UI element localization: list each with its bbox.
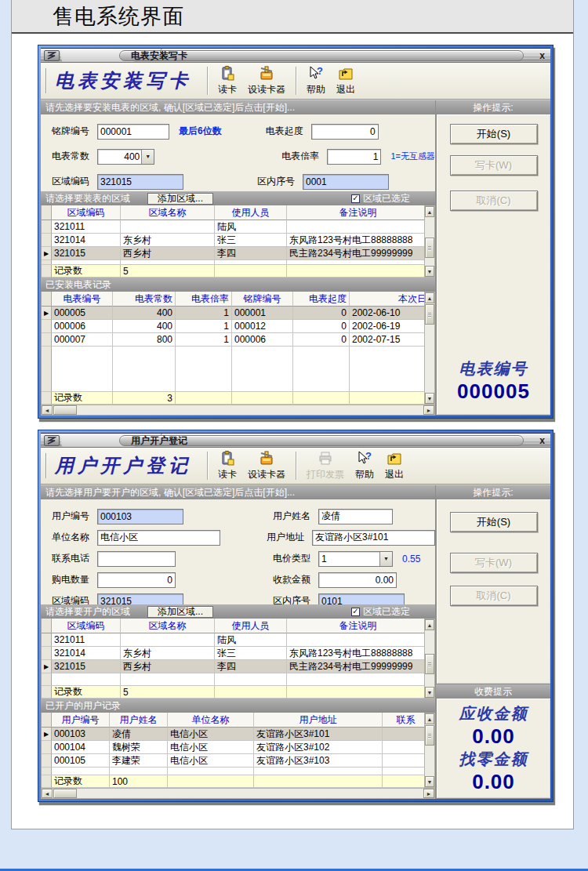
column-header[interactable]: 电表常数: [113, 292, 176, 307]
table-row[interactable]: ▶321015西乡村李四民主路234号村电工99999999: [42, 247, 424, 260]
dropdown-button[interactable]: [141, 150, 154, 164]
column-header[interactable]: 区域名称: [121, 205, 215, 220]
help-button[interactable]: ? 帮助: [307, 65, 325, 96]
column-header[interactable]: 电表起度: [293, 292, 350, 307]
table-row[interactable]: 321014东乡村张三东风路123号村电工88888888: [42, 234, 424, 247]
meter-constant-select[interactable]: 400: [97, 149, 154, 165]
table-row[interactable]: ▶000005400100000102002-06-10: [42, 307, 424, 320]
titlebar[interactable]: 电表安装写卡 x: [41, 48, 550, 63]
column-header[interactable]: 电表倍率: [176, 292, 232, 307]
unit-name-input[interactable]: 电信小区: [97, 530, 220, 546]
table-row[interactable]: 321014东乡村张三东风路123号村电工88888888: [42, 647, 424, 660]
table-row[interactable]: ▶000103凌倩电信小区友谊路小区3#101: [42, 728, 424, 741]
column-header[interactable]: 备注说明: [287, 205, 424, 220]
column-header[interactable]: 使用人员: [215, 205, 287, 220]
add-region-button[interactable]: 添加区域...: [147, 193, 213, 205]
cancel-button[interactable]: 取消(C): [450, 586, 538, 606]
scrollbar-thumb[interactable]: [53, 789, 77, 798]
print-invoice-button[interactable]: 打印发票: [307, 450, 344, 481]
help-button[interactable]: ? 帮助: [355, 450, 374, 481]
column-header[interactable]: 本次日: [350, 292, 424, 307]
column-header[interactable]: 电表编号: [52, 292, 113, 307]
table-row[interactable]: 000007800100000602002-07-15: [42, 333, 424, 347]
scroll-left-button[interactable]: [42, 405, 53, 415]
user-no-field[interactable]: 000103: [97, 509, 183, 524]
close-button[interactable]: x: [539, 435, 545, 446]
exit-button[interactable]: 退出: [385, 450, 404, 481]
write-card-button[interactable]: 写卡(W): [450, 553, 538, 573]
column-header[interactable]: 备注说明: [287, 619, 424, 633]
add-region-button[interactable]: 添加区域...: [147, 606, 213, 618]
column-header[interactable]: 用户编号: [52, 713, 110, 728]
column-header[interactable]: 使用人员: [215, 619, 287, 633]
scrollbar-thumb[interactable]: [425, 238, 434, 258]
table-row[interactable]: 000105李建荣电信小区友谊路小区3#103: [42, 754, 424, 768]
user-addr-input[interactable]: 友谊路小区3#101: [312, 530, 435, 546]
region-selected-checkbox[interactable]: [351, 608, 360, 616]
vertical-scrollbar[interactable]: [424, 619, 435, 699]
area-code-field[interactable]: 321015: [97, 174, 183, 190]
user-name-input[interactable]: 凌倩: [318, 509, 393, 524]
scroll-up-button[interactable]: [425, 292, 434, 303]
column-header[interactable]: 铭牌编号: [232, 292, 293, 307]
horizontal-scrollbar[interactable]: [41, 788, 435, 799]
setup-reader-button[interactable]: 设读卡器: [248, 65, 285, 96]
phone-input[interactable]: [97, 551, 176, 567]
qty-input[interactable]: 0: [97, 572, 176, 588]
nameplate-input[interactable]: 000001: [97, 124, 169, 140]
column-header[interactable]: 区域编码: [52, 619, 121, 633]
read-card-button[interactable]: 读卡: [218, 450, 237, 481]
column-header[interactable]: 区域名称: [121, 619, 215, 633]
scroll-down-button[interactable]: [425, 266, 434, 277]
cancel-button[interactable]: 取消(C): [450, 191, 538, 211]
scrollbar-thumb[interactable]: [425, 725, 434, 746]
table-row[interactable]: 321011陆风: [42, 633, 424, 647]
meter-start-input[interactable]: 0: [311, 124, 379, 140]
write-card-button[interactable]: 写卡(W): [450, 155, 538, 176]
exit-button[interactable]: 退出: [336, 65, 355, 96]
column-header[interactable]: 联系: [383, 713, 424, 728]
vertical-scrollbar[interactable]: [424, 205, 435, 278]
vertical-scrollbar[interactable]: [424, 292, 435, 405]
table-row[interactable]: 321011陆风: [42, 220, 424, 234]
scroll-left-button[interactable]: [42, 789, 53, 798]
start-button[interactable]: 开始(S): [450, 124, 538, 144]
column-header[interactable]: 用户姓名: [110, 713, 168, 728]
read-card-button[interactable]: 读卡: [218, 65, 237, 96]
table-cell: [287, 220, 424, 234]
table-row[interactable]: 000006400100001202002-06-19: [42, 320, 424, 333]
table-row[interactable]: ▶321015西乡村李四民主路234号村电工99999999: [42, 660, 424, 673]
scrollbar-thumb[interactable]: [425, 654, 434, 674]
table-cell: 东乡村: [121, 234, 215, 247]
scrollbar-thumb[interactable]: [53, 405, 77, 415]
region-selected-checkbox[interactable]: [351, 194, 360, 203]
scroll-down-button[interactable]: [425, 687, 434, 698]
app-title: 电表安装写卡: [55, 68, 191, 93]
close-button[interactable]: x: [539, 50, 545, 61]
row-gutter: [42, 205, 52, 220]
amount-input[interactable]: 0.00: [318, 572, 397, 588]
meter-ratio-input[interactable]: 1: [327, 149, 381, 165]
horizontal-scrollbar[interactable]: [41, 405, 435, 416]
scroll-up-button[interactable]: [425, 619, 434, 630]
scroll-up-button[interactable]: [425, 713, 434, 724]
scroll-down-button[interactable]: [425, 776, 434, 787]
start-button[interactable]: 开始(S): [450, 512, 538, 532]
window-logo-icon: [44, 435, 60, 446]
titlebar[interactable]: 用户开户登记 x: [41, 433, 550, 448]
column-header[interactable]: 区域编码: [52, 205, 121, 220]
column-header[interactable]: 用户地址: [254, 713, 383, 728]
scroll-right-button[interactable]: [423, 789, 434, 798]
scroll-up-button[interactable]: [425, 206, 434, 217]
table-row[interactable]: 000104魏树荣电信小区友谊路小区3#102: [42, 741, 424, 754]
scroll-down-button[interactable]: [425, 393, 434, 404]
column-header[interactable]: 单位名称: [168, 713, 254, 728]
scrollbar-thumb[interactable]: [425, 304, 434, 325]
vertical-scrollbar[interactable]: [424, 713, 435, 788]
dropdown-button[interactable]: [379, 552, 392, 566]
price-type-select[interactable]: 1: [318, 551, 393, 567]
toolbar-separator: [207, 67, 208, 95]
scroll-right-button[interactable]: [423, 405, 434, 415]
area-serial-field[interactable]: 0001: [303, 174, 389, 190]
setup-reader-button[interactable]: 设读卡器: [248, 450, 285, 481]
